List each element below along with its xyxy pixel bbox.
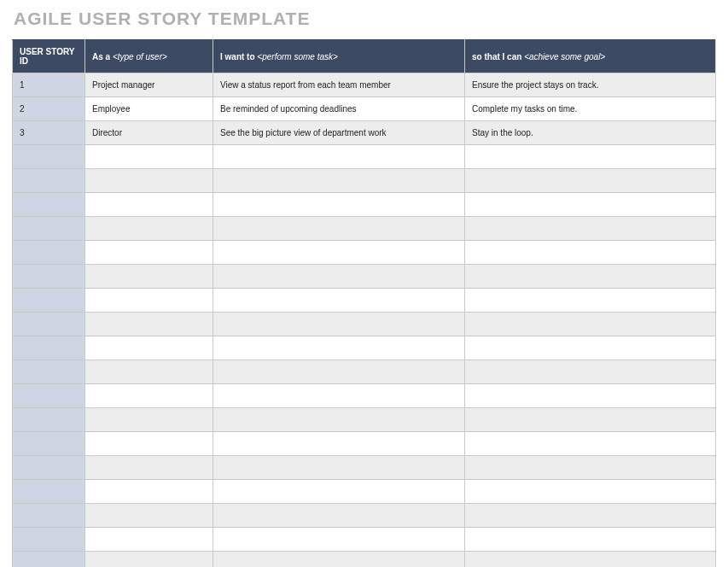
- table-row: 2EmployeeBe reminded of upcoming deadlin…: [13, 97, 716, 121]
- cell-id[interactable]: [13, 289, 85, 313]
- cell-as[interactable]: Employee: [85, 97, 213, 121]
- cell-as[interactable]: [85, 456, 213, 480]
- cell-as[interactable]: [85, 313, 213, 336]
- cell-want[interactable]: [213, 456, 465, 480]
- cell-id[interactable]: [13, 193, 85, 217]
- header-id: USER STORY ID: [13, 40, 85, 73]
- header-as: As a <type of user>: [85, 40, 213, 73]
- header-want: I want to <perform some task>: [213, 40, 465, 73]
- cell-so[interactable]: [465, 336, 716, 360]
- cell-so[interactable]: [465, 241, 716, 265]
- cell-as[interactable]: [85, 384, 213, 408]
- cell-want[interactable]: [213, 169, 465, 193]
- cell-id[interactable]: [13, 265, 85, 289]
- cell-so[interactable]: [465, 193, 716, 217]
- header-so-prefix: so that I can: [472, 52, 521, 61]
- cell-as[interactable]: [85, 169, 213, 193]
- cell-want[interactable]: [213, 145, 465, 169]
- cell-so[interactable]: [465, 360, 716, 384]
- cell-want[interactable]: [213, 217, 465, 241]
- cell-id[interactable]: 3: [13, 121, 85, 145]
- cell-so[interactable]: [465, 217, 716, 241]
- cell-want[interactable]: [213, 336, 465, 360]
- cell-want[interactable]: [213, 265, 465, 289]
- table-row: [13, 528, 716, 552]
- cell-want[interactable]: [213, 432, 465, 456]
- cell-id[interactable]: [13, 360, 85, 384]
- cell-so[interactable]: [465, 408, 716, 432]
- cell-id[interactable]: [13, 480, 85, 504]
- user-story-table: USER STORY ID As a <type of user> I want…: [12, 39, 716, 567]
- cell-so[interactable]: Complete my tasks on time.: [465, 97, 716, 121]
- cell-want[interactable]: [213, 241, 465, 265]
- cell-want[interactable]: [213, 408, 465, 432]
- cell-as[interactable]: [85, 408, 213, 432]
- cell-as[interactable]: [85, 145, 213, 169]
- cell-id[interactable]: [13, 432, 85, 456]
- table-row: [13, 384, 716, 408]
- cell-want[interactable]: [213, 289, 465, 313]
- cell-so[interactable]: [465, 265, 716, 289]
- cell-id[interactable]: [13, 504, 85, 528]
- cell-id[interactable]: [13, 313, 85, 336]
- table-row: [13, 169, 716, 193]
- cell-as[interactable]: Director: [85, 121, 213, 145]
- cell-want[interactable]: [213, 480, 465, 504]
- table-row: [13, 432, 716, 456]
- cell-id[interactable]: [13, 336, 85, 360]
- cell-want[interactable]: Be reminded of upcoming deadlines: [213, 97, 465, 121]
- table-header-row: USER STORY ID As a <type of user> I want…: [13, 40, 716, 73]
- cell-so[interactable]: [465, 504, 716, 528]
- cell-so[interactable]: [465, 432, 716, 456]
- table-row: [13, 313, 716, 336]
- cell-as[interactable]: [85, 217, 213, 241]
- cell-as[interactable]: [85, 360, 213, 384]
- cell-as[interactable]: [85, 241, 213, 265]
- cell-so[interactable]: [465, 169, 716, 193]
- cell-as[interactable]: [85, 336, 213, 360]
- cell-so[interactable]: [465, 528, 716, 552]
- cell-as[interactable]: Project manager: [85, 73, 213, 97]
- cell-want[interactable]: See the big picture view of department w…: [213, 121, 465, 145]
- cell-id[interactable]: [13, 241, 85, 265]
- cell-id[interactable]: [13, 408, 85, 432]
- header-as-suffix: <type of user>: [113, 52, 167, 61]
- cell-id[interactable]: [13, 384, 85, 408]
- cell-as[interactable]: [85, 193, 213, 217]
- cell-want[interactable]: [213, 193, 465, 217]
- cell-as[interactable]: [85, 480, 213, 504]
- cell-as[interactable]: [85, 265, 213, 289]
- table-row: [13, 241, 716, 265]
- cell-as[interactable]: [85, 552, 213, 568]
- cell-so[interactable]: [465, 480, 716, 504]
- cell-id[interactable]: [13, 169, 85, 193]
- cell-want[interactable]: View a status report from each team memb…: [213, 73, 465, 97]
- cell-as[interactable]: [85, 504, 213, 528]
- cell-as[interactable]: [85, 528, 213, 552]
- cell-id[interactable]: 2: [13, 97, 85, 121]
- cell-id[interactable]: [13, 145, 85, 169]
- cell-id[interactable]: [13, 456, 85, 480]
- cell-so[interactable]: [465, 313, 716, 336]
- cell-want[interactable]: [213, 552, 465, 568]
- cell-so[interactable]: [465, 289, 716, 313]
- cell-as[interactable]: [85, 432, 213, 456]
- cell-want[interactable]: [213, 360, 465, 384]
- cell-want[interactable]: [213, 528, 465, 552]
- cell-so[interactable]: Ensure the project stays on track.: [465, 73, 716, 97]
- cell-as[interactable]: [85, 289, 213, 313]
- cell-want[interactable]: [213, 313, 465, 336]
- table-row: [13, 360, 716, 384]
- cell-so[interactable]: [465, 552, 716, 568]
- page-title: AGILE USER STORY TEMPLATE: [14, 9, 716, 29]
- cell-want[interactable]: [213, 384, 465, 408]
- cell-so[interactable]: [465, 145, 716, 169]
- cell-id[interactable]: [13, 217, 85, 241]
- cell-id[interactable]: 1: [13, 73, 85, 97]
- cell-so[interactable]: Stay in the loop.: [465, 121, 716, 145]
- cell-so[interactable]: [465, 456, 716, 480]
- cell-id[interactable]: [13, 528, 85, 552]
- cell-id[interactable]: [13, 552, 85, 568]
- cell-want[interactable]: [213, 504, 465, 528]
- cell-so[interactable]: [465, 384, 716, 408]
